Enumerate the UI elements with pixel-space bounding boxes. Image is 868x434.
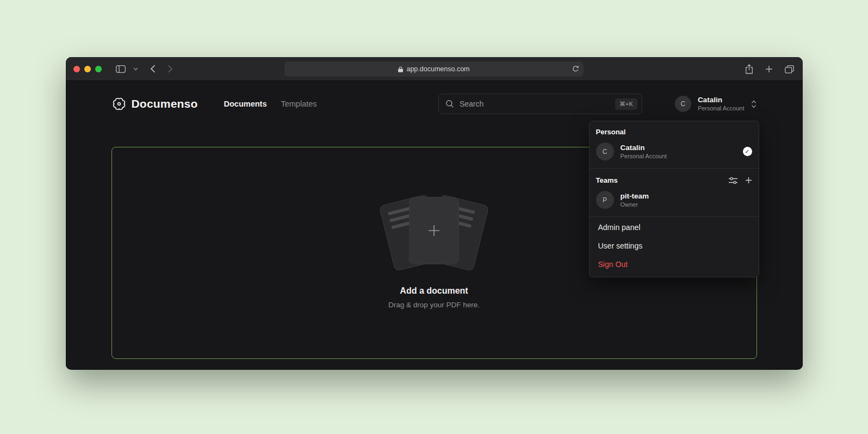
brand-name: Documenso — [132, 97, 198, 110]
account-type: Personal Account — [698, 105, 745, 113]
dropzone-title: Add a document — [400, 286, 468, 296]
account-dropdown-menu: Personal C Catalin Personal Account ✓ Te… — [589, 121, 759, 277]
share-icon[interactable] — [745, 64, 753, 74]
main-nav: Documents Templates — [224, 100, 317, 108]
dropzone-subtitle: Drag & drop your PDF here. — [388, 301, 480, 309]
team-avatar: P — [596, 191, 614, 209]
search-bar[interactable]: ⌘+K — [438, 94, 642, 114]
teams-section-label: Teams — [596, 176, 618, 184]
url-text: app.documenso.com — [406, 65, 469, 73]
menu-divider — [590, 216, 759, 217]
personal-account-item[interactable]: C Catalin Personal Account ✓ — [590, 140, 759, 167]
tab-overview-icon[interactable] — [785, 65, 794, 73]
zoom-window-button[interactable] — [95, 66, 102, 72]
back-icon[interactable] — [150, 65, 156, 73]
manage-teams-icon[interactable] — [729, 177, 737, 184]
menu-item-sign-out[interactable]: Sign Out — [590, 255, 759, 274]
brand[interactable]: Documenso — [112, 97, 198, 111]
app-content: Documenso Documents Templates ⌘+K C Cata… — [66, 81, 803, 369]
app-header: Documenso Documents Templates ⌘+K C Cata… — [66, 81, 803, 115]
account-name: Catalin — [698, 96, 745, 105]
address-bar[interactable]: app.documenso.com — [284, 61, 584, 77]
add-team-icon[interactable] — [745, 177, 752, 184]
team-role: Owner — [621, 201, 649, 208]
search-icon — [445, 100, 454, 108]
close-window-button[interactable] — [73, 66, 80, 72]
nav-templates[interactable]: Templates — [281, 100, 317, 108]
menu-divider — [590, 168, 759, 169]
menu-item-user-settings[interactable]: User settings — [590, 237, 759, 255]
team-item[interactable]: P pit-team Owner — [590, 189, 759, 215]
menu-item-admin-panel[interactable]: Admin panel — [590, 218, 759, 237]
traffic-lights — [73, 66, 102, 72]
account-menu-trigger[interactable]: C Catalin Personal Account — [675, 96, 757, 113]
avatar: C — [675, 96, 691, 112]
documents-illustration — [374, 197, 494, 270]
nav-documents[interactable]: Documents — [224, 100, 267, 108]
browser-toolbar: app.documenso.com — [66, 57, 803, 81]
search-input[interactable] — [458, 99, 611, 109]
minimize-window-button[interactable] — [84, 66, 91, 72]
selected-check-icon: ✓ — [743, 147, 752, 156]
personal-account-name: Catalin — [621, 143, 667, 153]
browser-window: app.documenso.com Documenso — [66, 57, 803, 370]
document-card-add — [409, 197, 459, 264]
documenso-logo-icon — [112, 97, 126, 111]
tab-group-chevron-icon[interactable] — [133, 67, 138, 71]
refresh-icon[interactable] — [572, 65, 579, 72]
team-name: pit-team — [621, 191, 649, 201]
forward-icon[interactable] — [168, 65, 173, 73]
add-plus-icon — [410, 197, 458, 264]
lock-icon — [398, 66, 403, 72]
avatar: C — [596, 142, 614, 160]
personal-account-subtitle: Personal Account — [621, 152, 667, 160]
chevron-up-down-icon — [751, 100, 757, 108]
search-shortcut-badge: ⌘+K — [615, 98, 637, 110]
personal-section-label: Personal — [590, 121, 759, 140]
new-tab-icon[interactable] — [765, 65, 773, 73]
sidebar-toggle-icon[interactable] — [116, 65, 126, 73]
